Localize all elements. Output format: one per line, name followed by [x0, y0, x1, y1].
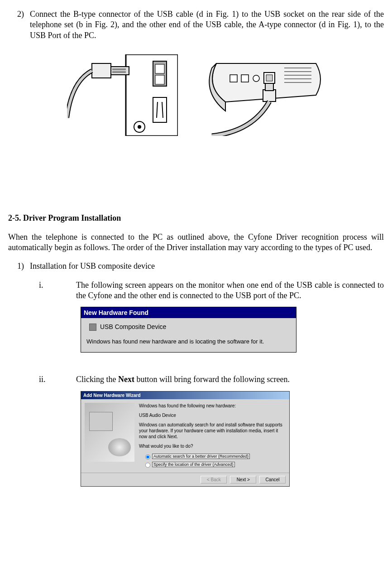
wizard-option-auto[interactable]: Automatic search for a better driver (Re… [143, 453, 286, 460]
dialog-message: Windows has found new hardware and is lo… [86, 338, 291, 346]
wizard-question: What would you like to do? [139, 443, 286, 449]
wizard-line2: Windows can automatically search for and… [139, 422, 286, 440]
wizard-device: USB Audio Device [139, 412, 286, 418]
dialog-titlebar: New Hardware Found [81, 307, 296, 318]
svg-rect-23 [263, 90, 276, 102]
substep-i-roman: i. [39, 280, 76, 290]
svg-rect-3 [155, 75, 164, 84]
radio-specify[interactable] [145, 463, 150, 468]
step-1-text: Installation for USB composite device [30, 261, 155, 271]
substep-ii-text-before: Clicking the [76, 375, 118, 384]
svg-rect-22 [266, 75, 272, 81]
svg-rect-2 [155, 64, 164, 73]
dialog-new-hardware-found: New Hardware Found USB Composite Device … [81, 307, 296, 353]
wizard-opt2-label: Specify the location of the driver (Adva… [152, 462, 235, 467]
section-heading: 2-5. Driver Program Installation [8, 213, 384, 223]
step-2-text: Connect the B-type connector of the USB … [30, 10, 384, 40]
svg-point-8 [138, 125, 141, 129]
wizard-option-specify[interactable]: Specify the location of the driver (Adva… [143, 461, 286, 468]
next-button[interactable]: Next > [230, 476, 256, 483]
cancel-button[interactable]: Cancel [259, 476, 286, 483]
wizard-titlebar: Add New Hardware Wizard [81, 392, 289, 399]
substep-ii: ii.Clicking the Next button will bring f… [76, 374, 384, 385]
step-2: 2)Connect the B-type connector of the US… [30, 9, 384, 41]
svg-rect-24 [265, 83, 273, 91]
step-2-number: 2) [17, 9, 30, 19]
step-1-number: 1) [17, 261, 30, 271]
radio-auto[interactable] [145, 454, 150, 459]
wizard-content: Windows has found the following new hard… [81, 399, 289, 473]
wizard-button-row: < Back Next > Cancel [81, 473, 289, 486]
figure-usb-to-phone [198, 54, 325, 136]
section-intro: When the telephone is connected to the P… [8, 232, 384, 253]
svg-rect-12 [112, 71, 126, 73]
wizard-line1: Windows has found the following new hard… [139, 403, 286, 409]
svg-rect-10 [92, 63, 111, 78]
figure-usb-to-pc [67, 54, 178, 136]
svg-rect-9 [110, 67, 129, 75]
dialog-device-name: USB Composite Device [100, 323, 291, 331]
svg-point-20 [253, 75, 259, 82]
substep-i-text: The following screen appears on the moni… [76, 280, 384, 300]
wizard-options: Automatic search for a better driver (Re… [139, 453, 286, 468]
wizard-opt1-label: Automatic search for a better driver (Re… [152, 454, 250, 459]
svg-rect-18 [230, 75, 237, 82]
svg-rect-19 [241, 75, 249, 82]
dialog-body: USB Composite Device Windows has found n… [81, 318, 296, 352]
wizard-illustration [85, 403, 134, 462]
figures-row [8, 54, 384, 136]
substep-ii-text-after: button will bring forward the following … [134, 375, 290, 384]
dialog-add-new-hardware-wizard: Add New Hardware Wizard Windows has foun… [81, 391, 290, 487]
substep-ii-roman: ii. [39, 374, 76, 385]
svg-rect-11 [112, 68, 126, 70]
svg-rect-0 [126, 54, 178, 136]
substep-i: i.The following screen appears on the mo… [76, 280, 384, 301]
substep-ii-bold: Next [118, 375, 134, 384]
back-button[interactable]: < Back [201, 476, 227, 483]
step-1: 1)Installation for USB composite device [30, 261, 384, 271]
wizard-right-panel: Windows has found the following new hard… [139, 403, 286, 469]
